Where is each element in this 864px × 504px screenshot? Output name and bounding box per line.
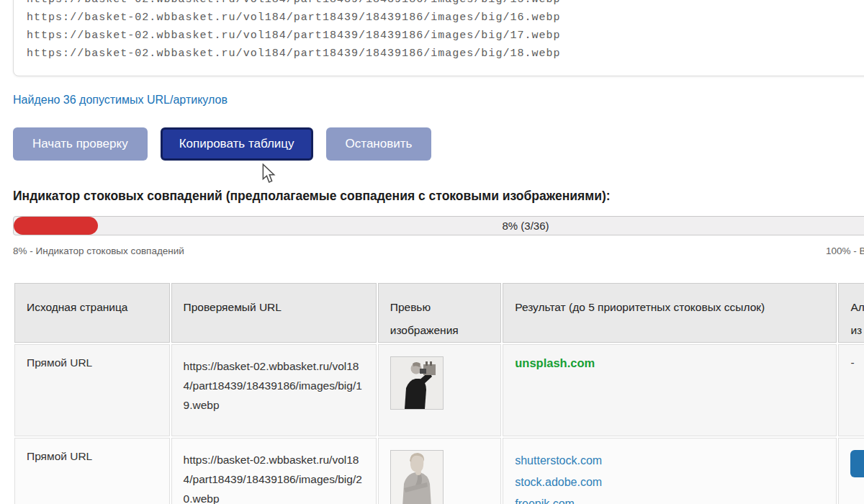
header-image-preview: Превью изображения [378, 283, 501, 343]
url-line: https://basket-02.wbbasket.ru/vol184/par… [27, 27, 864, 45]
result-link-green[interactable]: unsplash.com [515, 356, 824, 370]
table-row: Прямой URL https://basket-02.wbbasket.ru… [14, 344, 864, 436]
table-header-row: Исходная страница Проверяемый URL Превью… [14, 283, 864, 343]
preview-thumbnail [390, 356, 444, 410]
row-action-button[interactable]: В [850, 450, 864, 477]
progress-value-text: 8% (3/36) [14, 220, 864, 232]
url-list-input[interactable]: https://basket-02.wbbasket.ru/vol184/par… [13, 0, 864, 76]
url-line: https://basket-02.wbbasket.ru/vol184/par… [27, 45, 864, 63]
header-last-cutoff: Ал из [838, 283, 864, 343]
header-checked-url: Проверяемый URL [171, 283, 377, 343]
no-action-dash: - [850, 356, 854, 369]
result-link[interactable]: stock.adobe.com [515, 472, 824, 493]
found-count-text: Найдено 36 допустимых URL/артикулов [13, 94, 228, 107]
result-cell: unsplash.com [503, 344, 837, 436]
source-cell: Прямой URL [14, 438, 170, 504]
mouse-cursor-icon [261, 163, 276, 184]
preview-thumbnail [390, 450, 444, 504]
url-line: https://basket-02.wbbasket.ru/vol184/par… [27, 0, 864, 9]
stop-button[interactable]: Остановить [326, 127, 432, 161]
results-table: Исходная страница Проверяемый URL Превью… [13, 282, 864, 504]
url-cell: https://basket-02.wbbasket.ru/vol184/par… [171, 344, 377, 436]
header-last-line2: из [850, 319, 864, 342]
page: https://basket-02.wbbasket.ru/vol184/par… [0, 0, 864, 504]
action-cell: В [838, 438, 864, 504]
header-last-line1: Ал [850, 296, 864, 319]
progress-bar: 8% (3/36) [13, 216, 864, 235]
source-cell: Прямой URL [14, 344, 170, 436]
url-line: https://basket-02.wbbasket.ru/vol184/par… [27, 9, 864, 27]
progress-caption-left: 8% - Индикатор стоковых совпадений [13, 246, 184, 256]
progress-caption-right: 100% - В [826, 246, 864, 256]
action-cell: - [838, 344, 864, 436]
header-result: Результат (до 5 приоритетных стоковых сс… [503, 283, 837, 343]
copy-table-button[interactable]: Копировать таблицу [161, 127, 313, 161]
preview-cell [378, 344, 501, 436]
result-cell: shutterstock.com stock.adobe.com freepik… [503, 438, 837, 504]
toolbar: Начать проверку Копировать таблицу Остан… [13, 127, 431, 161]
progress-heading: Индикатор стоковых совпадений (предполаг… [13, 189, 611, 204]
url-cell: https://basket-02.wbbasket.ru/vol184/par… [171, 438, 377, 504]
start-check-button[interactable]: Начать проверку [13, 127, 148, 161]
preview-cell [378, 438, 501, 504]
result-link[interactable]: shutterstock.com [515, 450, 824, 472]
header-source-page: Исходная страница [14, 283, 170, 343]
table-row: Прямой URL https://basket-02.wbbasket.ru… [14, 438, 864, 504]
result-link[interactable]: freepik.com [515, 493, 824, 504]
